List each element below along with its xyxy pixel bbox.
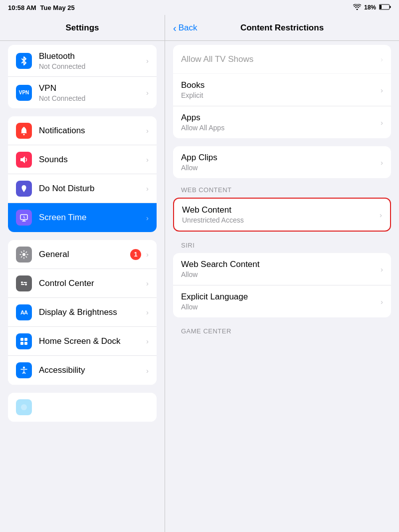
- sidebar-item-sounds[interactable]: Sounds ›: [8, 145, 157, 174]
- back-button[interactable]: ‹ Back: [173, 23, 197, 33]
- back-label: Back: [179, 23, 198, 33]
- notifications-icon: [16, 123, 32, 139]
- web-content-chevron: ›: [380, 211, 382, 219]
- control-center-chevron: ›: [146, 279, 149, 287]
- control-center-title: Control Center: [39, 278, 144, 289]
- top-faded-section: Allow All TV Shows › Books Explicit › Ap…: [173, 45, 391, 146]
- books-chevron: ›: [381, 86, 383, 94]
- app-clips-chevron: ›: [381, 158, 383, 167]
- general-icon: [16, 247, 32, 263]
- notifications-title: Notifications: [39, 125, 144, 136]
- svg-rect-11: [20, 338, 23, 341]
- general-badge: 1: [130, 249, 141, 260]
- sidebar-item-home-screen[interactable]: Home Screen & Dock ›: [8, 327, 157, 356]
- settings-header: Settings: [0, 15, 165, 41]
- battery-percentage: 18%: [364, 4, 376, 11]
- do-not-disturb-chevron: ›: [146, 184, 149, 193]
- back-chevron-icon: ‹: [173, 23, 177, 33]
- app-clips-section: App Clips Allow ›: [173, 146, 391, 186]
- sounds-icon: [16, 152, 32, 168]
- web-content-title: Web Content: [182, 205, 380, 215]
- allow-tv-shows-title: Allow All TV Shows: [181, 54, 381, 64]
- wifi-icon: [353, 4, 361, 11]
- apps-subtitle: Allow All Apps: [181, 124, 381, 132]
- sidebar-item-notifications[interactable]: Notifications ›: [8, 116, 157, 145]
- sounds-chevron: ›: [146, 155, 149, 164]
- siri-label: SIRI: [181, 242, 391, 249]
- right-header: ‹ Back Content Restrictions: [165, 15, 399, 41]
- bluetooth-icon: [16, 53, 32, 69]
- bluetooth-chevron: ›: [146, 56, 149, 65]
- extra-section: [8, 393, 157, 422]
- explicit-language-subtitle: Allow: [181, 303, 381, 311]
- allow-tv-shows-chevron: ›: [381, 55, 383, 63]
- svg-point-15: [23, 367, 25, 369]
- accessibility-title: Accessibility: [39, 365, 144, 376]
- web-search-subtitle: Allow: [181, 270, 381, 278]
- svg-point-8: [25, 283, 27, 285]
- svg-point-16: [21, 404, 27, 410]
- apps-chevron: ›: [381, 118, 383, 127]
- sidebar-item-control-center[interactable]: Control Center ›: [8, 269, 157, 298]
- web-content-section: WEB CONTENT Web Content Unrestricted Acc…: [173, 186, 391, 240]
- apps-row[interactable]: Apps Allow All Apps ›: [173, 106, 391, 138]
- settings-title: Settings: [65, 23, 99, 33]
- svg-rect-2: [380, 5, 382, 9]
- screen-time-chevron: ›: [146, 214, 149, 222]
- web-search-content-row[interactable]: Web Search Content Allow ›: [173, 253, 391, 285]
- svg-rect-9: [23, 282, 27, 283]
- explicit-language-chevron: ›: [381, 297, 383, 306]
- display-brightness-chevron: ›: [146, 308, 149, 316]
- status-bar: 10:58 AM Tue May 25 18%: [0, 0, 399, 15]
- bluetooth-title: Bluetooth: [39, 51, 144, 62]
- books-title: Books: [181, 80, 381, 90]
- sidebar-item-extra[interactable]: [8, 393, 157, 422]
- game-center-label: GAME CENTER: [181, 327, 391, 335]
- web-content-row[interactable]: Web Content Unrestricted Access ›: [174, 199, 390, 231]
- sidebar-item-screen-time[interactable]: Screen Time ›: [8, 203, 157, 232]
- svg-point-3: [23, 134, 25, 135]
- web-content-card: Web Content Unrestricted Access ›: [173, 198, 391, 232]
- app-clips-title: App Clips: [181, 153, 381, 163]
- web-search-title: Web Search Content: [181, 260, 381, 269]
- content-restrictions-title: Content Restrictions: [240, 23, 324, 33]
- sidebar-item-bluetooth[interactable]: Bluetooth Not Connected ›: [8, 45, 157, 77]
- svg-rect-13: [20, 342, 23, 345]
- home-screen-icon: [16, 333, 32, 349]
- sidebar-item-accessibility[interactable]: Accessibility ›: [8, 356, 157, 385]
- vpn-title: VPN: [39, 83, 144, 94]
- status-day: Tue May 25: [40, 4, 75, 11]
- notifications-chevron: ›: [146, 126, 149, 135]
- sidebar-item-general[interactable]: General 1 ›: [8, 240, 157, 269]
- allow-tv-shows-row[interactable]: Allow All TV Shows ›: [173, 45, 391, 74]
- apps-title: Apps: [181, 113, 381, 123]
- app-clips-row[interactable]: App Clips Allow ›: [173, 146, 391, 178]
- app-clips-subtitle: Allow: [181, 164, 381, 172]
- sounds-title: Sounds: [39, 154, 144, 165]
- web-content-subtitle: Unrestricted Access: [182, 216, 380, 224]
- explicit-language-row[interactable]: Explicit Language Allow ›: [173, 285, 391, 317]
- svg-rect-12: [24, 338, 27, 341]
- control-center-icon: [16, 275, 32, 291]
- explicit-language-title: Explicit Language: [181, 292, 381, 302]
- system-section: General 1 › Control Center ›: [8, 240, 157, 385]
- svg-rect-10: [21, 284, 24, 285]
- books-row[interactable]: Books Explicit ›: [173, 74, 391, 106]
- sidebar-item-vpn[interactable]: VPN VPN Not Connected ›: [8, 77, 157, 108]
- main-layout: Settings Bluetooth Not Connected › VPN: [0, 15, 399, 532]
- alerts-section: Notifications › Sounds ›: [8, 116, 157, 232]
- accessibility-icon: [16, 362, 32, 378]
- sidebar-item-do-not-disturb[interactable]: Do Not Disturb ›: [8, 174, 157, 203]
- sidebar-item-display-brightness[interactable]: AA Display & Brightness ›: [8, 298, 157, 327]
- general-title: General: [39, 249, 130, 260]
- left-panel: Settings Bluetooth Not Connected › VPN: [0, 15, 165, 532]
- siri-section: SIRI Web Search Content Allow › Explicit…: [173, 242, 391, 325]
- screen-time-icon: [16, 210, 32, 226]
- svg-point-7: [21, 281, 23, 283]
- app-clips-card: App Clips Allow ›: [173, 146, 391, 178]
- home-screen-title: Home Screen & Dock: [39, 336, 144, 347]
- game-center-section: GAME CENTER: [173, 327, 391, 339]
- general-chevron: ›: [146, 250, 149, 259]
- do-not-disturb-title: Do Not Disturb: [39, 183, 144, 194]
- svg-rect-4: [20, 158, 22, 161]
